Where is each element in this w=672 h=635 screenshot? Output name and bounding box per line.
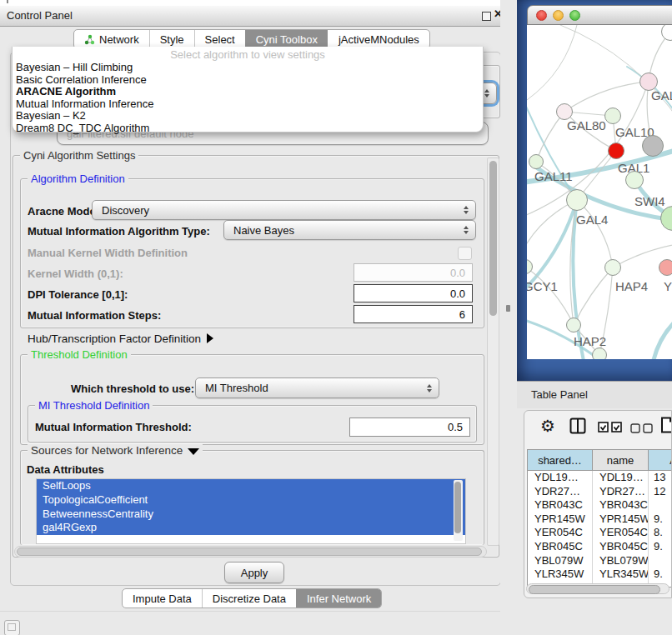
table-cell[interactable]: YBR043C — [528, 498, 593, 512]
tab-network[interactable]: Network — [74, 30, 149, 48]
network-node[interactable] — [592, 348, 607, 359]
node-table[interactable]: shared…nameAYDL19…YDL19…13YDR27…YDR27…12… — [527, 449, 672, 588]
table-cell[interactable]: YBR045C — [528, 540, 593, 554]
settings-vscroll-thumb[interactable] — [489, 161, 497, 316]
close-traffic-light-icon[interactable] — [536, 10, 547, 21]
which-threshold-combobox[interactable]: MI Threshold — [195, 378, 439, 398]
table-cell[interactable]: YBR043C — [593, 498, 649, 512]
attributes-scroll-thumb[interactable] — [454, 482, 461, 533]
aracne-mode-label: Aracne Mode: — [28, 205, 99, 218]
table-cell[interactable]: YBL079W — [593, 554, 649, 568]
dropdown-item[interactable]: Mutual Information Inference — [13, 98, 483, 111]
screen: { "control_panel": { "title": "Control P… — [0, 0, 672, 635]
table-cell[interactable]: YDR27… — [528, 485, 593, 499]
dropdown-item[interactable]: ARACNE Algorithm — [13, 86, 483, 98]
document-icon[interactable] — [660, 417, 672, 437]
table-cell[interactable]: 12 — [649, 485, 672, 499]
column-header-name[interactable]: name — [593, 450, 649, 471]
attribute-item[interactable]: SelfLoops — [37, 479, 465, 493]
tab-style[interactable]: Style — [149, 30, 194, 48]
table-cell[interactable]: YER054C — [528, 526, 593, 540]
dpi-tolerance-field[interactable]: 0.0 — [354, 284, 473, 302]
mi-type-combobox[interactable]: Naive Bayes — [223, 220, 476, 240]
column-header-A[interactable]: A — [649, 450, 672, 471]
checked-boxes-icon[interactable] — [598, 421, 623, 436]
dropdown-item[interactable]: Dream8 DC_TDC Algorithm — [13, 122, 483, 135]
table-cell[interactable]: YBR045C — [593, 540, 649, 554]
tab-infer-network[interactable]: Infer Network — [296, 589, 381, 608]
node-label: HAP2 — [574, 334, 606, 348]
table-cell[interactable]: YDL19… — [593, 471, 649, 485]
attribute-item[interactable]: BetweennessCentrality — [37, 508, 465, 522]
dropdown-item[interactable]: Bayesian – K2 — [13, 110, 483, 122]
network-node-gal10[interactable] — [604, 108, 621, 124]
float-window-icon[interactable] — [482, 12, 491, 21]
network-node-gal11[interactable] — [529, 154, 544, 169]
table-cell[interactable]: YPR145W — [593, 512, 649, 527]
splitter-handle[interactable] — [506, 305, 510, 312]
network-node-gal4[interactable] — [566, 189, 588, 211]
hub-definition-label: Hub/Transcription Factor Definition — [28, 332, 201, 345]
tab-impute-data[interactable]: Impute Data — [123, 589, 202, 608]
minimize-traffic-light-icon[interactable] — [553, 10, 564, 21]
settings-hscroll-thumb[interactable] — [17, 548, 482, 556]
network-node-hap4[interactable] — [604, 259, 621, 276]
control-panel-bottom-edge — [0, 611, 517, 612]
table-cell[interactable]: YPR145W — [528, 512, 593, 527]
settings-horizontal-scrollbar[interactable] — [14, 546, 487, 558]
settings-vertical-scrollbar[interactable] — [487, 158, 499, 546]
tab-jactivemnodules[interactable]: jActiveMNodules — [328, 30, 429, 48]
column-header-shared[interactable]: shared… — [528, 450, 593, 471]
table-horizontal-scrollbar[interactable] — [526, 583, 669, 594]
unchecked-boxes-icon[interactable] — [630, 422, 654, 437]
table-cell[interactable] — [649, 554, 672, 568]
network-node-hap2[interactable] — [566, 318, 581, 332]
table-hscroll-thumb[interactable] — [529, 585, 660, 594]
table-cell[interactable]: YLR345W — [593, 568, 649, 582]
table-cell[interactable]: 9. — [649, 512, 672, 527]
mi-threshold-field[interactable]: 0.5 — [349, 418, 470, 437]
apply-button[interactable]: Apply — [224, 562, 284, 583]
network-node-y[interactable] — [659, 259, 672, 276]
kernel-width-label: Kernel Width (0,1): — [28, 268, 123, 280]
network-window-titlebar[interactable] — [527, 5, 672, 25]
table-cell[interactable]: YBL079W — [528, 554, 593, 568]
bottom-tab-bar: Impute DataDiscretize DataInfer Network — [122, 588, 382, 608]
gear-icon[interactable]: ⚙ — [540, 416, 555, 436]
zoom-traffic-light-icon[interactable] — [569, 10, 580, 21]
tab-select[interactable]: Select — [194, 30, 245, 48]
attribute-item[interactable]: TopologicalCoefficient — [37, 493, 465, 508]
dropdown-item[interactable]: Basic Correlation Inference — [13, 74, 483, 87]
collapsed-panel-icon[interactable] — [4, 620, 20, 635]
mi-steps-field[interactable]: 6 — [354, 305, 473, 323]
node-label: HAP4 — [615, 279, 648, 293]
table-cell[interactable]: 8. — [649, 526, 672, 540]
data-attributes-list: SelfLoopsTopologicalCoefficientBetweenne… — [36, 478, 466, 544]
network-node-gal80[interactable] — [556, 103, 573, 120]
manual-kernel-checkbox[interactable] — [458, 247, 472, 260]
tab-discretize-data[interactable]: Discretize Data — [202, 589, 296, 608]
table-cell[interactable]: 9. — [649, 540, 672, 554]
table-cell[interactable]: YDR27… — [593, 485, 649, 499]
network-canvas[interactable]: GALGAL80GAL10GAL1GAL11SWI4GAL4GCY1HAP4YH… — [527, 25, 672, 359]
hub-definition-expander[interactable]: Hub/Transcription Factor Definition — [28, 332, 213, 345]
kernel-width-field[interactable]: 0.0 — [354, 263, 473, 282]
table-cell[interactable]: YLR345W — [528, 568, 593, 582]
sources-legend[interactable]: Sources for Network Inference — [28, 444, 203, 457]
node-label: GAL4 — [576, 212, 608, 227]
network-node-gal1[interactable] — [608, 142, 624, 159]
combo-stepper-icon — [427, 384, 432, 392]
dropdown-item[interactable]: Bayesian – Hill Climbing — [13, 62, 483, 74]
table-cell[interactable]: 9. — [649, 568, 672, 582]
attributes-scrollbar[interactable] — [454, 480, 463, 541]
network-node[interactable] — [642, 135, 664, 157]
table-cell[interactable]: YER054C — [593, 526, 649, 540]
attribute-item[interactable]: gal4RGexp — [37, 521, 465, 535]
table-cell[interactable] — [649, 498, 672, 512]
table-cell[interactable]: YDL19… — [528, 471, 593, 485]
aracne-mode-combobox[interactable]: Discovery — [92, 200, 476, 220]
tab-cyni-toolbox[interactable]: Cyni Toolbox — [245, 30, 328, 48]
table-cell[interactable]: 13 — [649, 471, 672, 485]
split-columns-icon[interactable] — [569, 418, 586, 438]
network-node-swi4[interactable] — [625, 171, 644, 189]
